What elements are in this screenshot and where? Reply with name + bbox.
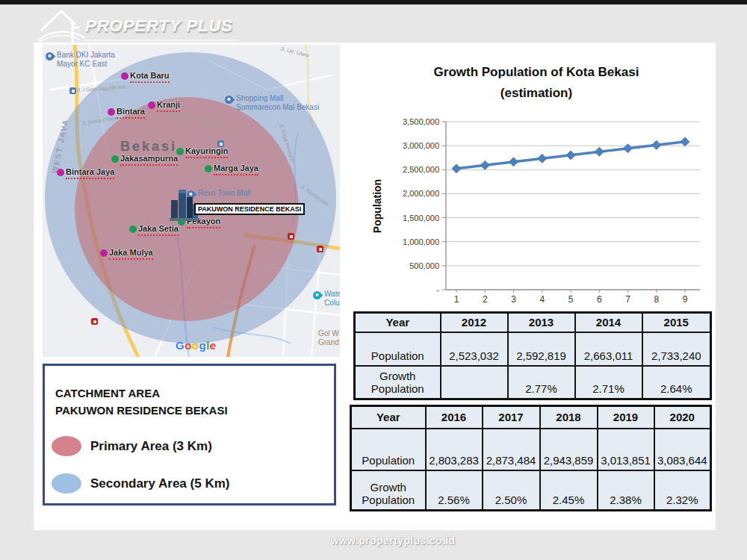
map-poi: Shopping MallSummarecon Mal Bekasi [225,94,319,111]
legend-item-label: Primary Area (3 Km) [90,439,212,454]
population-table: Year20162017201820192020Population2,803,… [350,405,712,511]
transit-icon [69,87,76,94]
poi-label: Shopping MallSummarecon Mal Bekasi [236,94,319,111]
table-header-cell: Year [351,406,426,429]
table-value-cell: 2,592,819 [508,332,575,366]
svg-text:2,500,000: 2,500,000 [403,165,439,174]
top-strip [0,0,747,4]
svg-text:Growth Population of Kota Beka: Growth Population of Kota Bekasi [434,65,639,79]
svg-text:1: 1 [454,294,459,305]
population-table-2016-2020: Year20162017201820192020Population2,803,… [350,405,712,511]
toll-icon [317,246,323,252]
table-value-cell: 2.56% [426,470,483,511]
map-poi: Bank DKI JakartaMayor KC East [46,51,115,68]
google-attribution[interactable]: Google [176,339,217,352]
table-value-cell: 2.71% [575,366,642,399]
legend-title-line2: PAKUWON RESIDENCE BEKASI [55,402,228,420]
svg-text:8: 8 [654,294,659,305]
table-header-cell: 2017 [483,406,540,429]
marker-label: Jaka Setia [138,225,179,236]
map-marker[interactable]: Jaka Mulya [100,249,153,260]
svg-text:500,000: 500,000 [409,261,439,270]
poi-label: Gol WGrand W [318,329,340,346]
population-table-2012-2015: Year2012201320142015Population2,523,0322… [353,311,712,400]
poi-label: WaterColumb [324,290,340,307]
table-value-cell: 2.32% [654,470,711,511]
marker-label: Jaka Mulya [109,249,153,260]
catchment-map[interactable]: Jl. I Gusti Ngurah RaiJl. Bintara RayaJl… [43,45,340,357]
map-marker[interactable]: Bintara [108,108,145,119]
growth-chart-svg: Growth Population of Kota Bekasi(estimat… [351,57,715,309]
map-marker[interactable]: Kayuringin [176,147,228,158]
toll-icon [91,318,98,325]
marker-label: Marga Jaya [214,164,258,175]
table-row-label: Population [351,429,426,470]
table-value-cell: 2.64% [642,366,711,399]
legend-title: CATCHMENT AREA PAKUWON RESIDENCE BEKASI [55,385,228,419]
google-letter: g [199,339,207,352]
map-poi: WaterColumb [313,290,340,307]
svg-text:9: 9 [683,294,688,305]
table-value-cell: 2,733,240 [642,332,711,366]
table-header-cell: 2013 [508,313,575,332]
table-header-cell: 2019 [598,406,654,429]
secondary-area-swatch [52,473,81,494]
map-marker[interactable]: Jaka Setia [129,225,179,236]
legend-item: Secondary Area (5 Km) [52,473,229,494]
table-value-cell: 3,083,644 [654,429,711,470]
website-url: www.propertyplus.co.id [0,535,747,547]
google-letter: G [176,339,185,352]
marker-dot-icon [57,169,64,176]
svg-text:-: - [436,285,439,294]
table-value-cell [441,366,508,399]
svg-text:6: 6 [597,294,602,305]
map-marker[interactable]: Jakasampurna [111,155,178,166]
marker-label: Bintara Jaya [66,168,114,179]
svg-text:3,500,000: 3,500,000 [403,117,439,126]
map-marker[interactable]: Marga Jaya [205,164,258,175]
map-marker[interactable]: Bintara Jaya [57,168,114,179]
map-marker[interactable]: Kranji [148,101,180,112]
table-value-cell: 3,013,851 [598,429,654,470]
legend-item: Primary Area (3 Km) [52,436,212,456]
google-letter: e [210,339,217,352]
table-header-cell: 2016 [426,406,483,429]
poi-pin-icon [44,51,56,63]
svg-text:3: 3 [511,294,516,305]
map-marker[interactable]: Kota Baru [121,72,170,83]
google-letter: o [192,339,199,352]
svg-text:4: 4 [539,294,545,305]
brand-wordmark: PROPERTY PLUS [84,16,238,41]
legend-item-label: Secondary Area (5 Km) [90,476,229,491]
svg-text:7: 7 [625,294,630,305]
population-table: Year2012201320142015Population2,523,0322… [353,311,712,400]
table-header-cell: 2020 [654,406,711,429]
marker-label: Jakasampurna [120,155,178,166]
poi-label: Bank DKI JakartaMayor KC East [57,51,115,68]
table-header-cell: 2012 [441,313,508,332]
table-value-cell: 2,663,011 [575,332,642,366]
table-value-cell: 2.50% [483,470,540,511]
population-chart: Growth Population of Kota Bekasi(estimat… [351,57,715,309]
svg-text:1,000,000: 1,000,000 [403,237,439,246]
svg-text:2,000,000: 2,000,000 [403,189,439,198]
svg-text:(estimation): (estimation) [500,86,572,100]
marker-label: Bintara [117,108,145,119]
table-header-cell: 2018 [540,406,598,429]
table-header-cell: 2014 [575,313,642,332]
region-label: Bekasi [120,139,177,155]
marker-dot-icon [148,102,155,109]
table-value-cell: 2,523,032 [441,332,508,366]
marker-label: Kayuringin [185,147,228,158]
marker-dot-icon [129,225,137,233]
table-value-cell: 2.38% [598,470,654,511]
marker-label: Kota Baru [130,72,170,83]
table-value-cell: 2.45% [540,470,598,511]
poi-pin-icon [223,94,235,106]
marker-dot-icon [176,148,184,155]
marker-dot-icon [121,72,128,80]
map-poi: Gol WGrand W [318,329,340,346]
project-marker-label[interactable]: PAKUWON RESIDENCE BEKASI [194,203,305,215]
table-row-label: Growth Population [355,366,441,399]
table-value-cell: 2,943,859 [540,429,598,470]
